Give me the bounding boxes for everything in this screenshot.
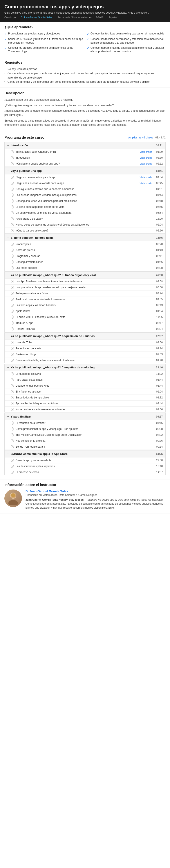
lesson-row[interactable]: Programar y esperar 02:11: [5, 253, 165, 259]
lesson-left: Las web apps y los smart banners: [11, 304, 154, 307]
lesson-title: ¿Que te parece este curso?: [16, 229, 154, 232]
lesson-row[interactable]: El icono de tu app debe entrar por la vi…: [5, 204, 165, 210]
lesson-row[interactable]: Consigue más estrellas que la bandera am…: [5, 186, 165, 192]
program-stats: Ampliar las 46 clases 03:43:42: [128, 136, 166, 139]
lesson-row[interactable]: Como promocionar tu app y videojuego - L…: [5, 426, 165, 432]
expand-link[interactable]: Ampliar las 46 clases: [128, 136, 153, 139]
lesson-row[interactable]: El bucle viral. El k-factor y la llave d…: [5, 314, 165, 320]
lesson-row[interactable]: Apple Watch 01:34: [5, 308, 165, 314]
section-header-left: − Ya he publicado mi app ¿Ahora qué? Adq…: [7, 334, 95, 338]
lesson-left: Consigue más estrellas que la bandera am…: [11, 188, 154, 191]
lesson-row[interactable]: Para sacar estos datos 01:44: [5, 377, 165, 383]
play-icon: [11, 298, 14, 301]
lesson-row[interactable]: Conseguir buenas valoraciones para dar c…: [5, 198, 165, 204]
lesson-left: Nunca dejes de lado a tus usuarios y ofr…: [11, 223, 154, 226]
play-triangle: [12, 379, 13, 380]
section-duration: 23:46: [156, 366, 163, 369]
lesson-row[interactable]: Los que valoran la app suelen hacerlo pa…: [5, 284, 165, 290]
lesson-row[interactable]: Product pitch 03:28: [5, 241, 165, 247]
collapse-icon: −: [7, 334, 9, 338]
avatar: [4, 490, 22, 507]
requirement-item: Ganas de aprender y de interactuar con g…: [4, 80, 166, 84]
section-header[interactable]: − BONUS: Como subir la app a la App Stor…: [5, 451, 165, 457]
lesson-row[interactable]: El k-factor es la clave 02:04: [5, 389, 165, 395]
lesson-row[interactable]: The Mobile Game Dev's Guide to App Store…: [5, 432, 165, 438]
lesson-row[interactable]: Tu Instructor: Juan Gabriel Gomila Vista…: [5, 149, 165, 155]
lesson-row[interactable]: Crear la app y los screenshots 22:38: [5, 457, 165, 463]
program-section: Programa de este curso Ampliar las 46 cl…: [0, 132, 170, 479]
lesson-row[interactable]: Conseguir valoraciones 01:56: [5, 259, 165, 265]
lesson-left: ¿App gratis o de pago?: [11, 217, 154, 220]
lesson-row[interactable]: Cuando online falla, volvemos al mundo t…: [5, 357, 165, 363]
play-triangle: [12, 391, 13, 392]
lesson-preview-link[interactable]: Vista previa: [140, 182, 152, 185]
lesson-row[interactable]: Usar YouTube 02:50: [5, 339, 165, 345]
section-header[interactable]: − Y para finalizar 09:17: [5, 413, 165, 420]
section-header-left: − Ya he publicado mi app ¿Ahora qué? El …: [7, 273, 96, 277]
lesson-row[interactable]: Un buen video es sinónimo de venta asegu…: [5, 210, 165, 216]
lesson-row[interactable]: Las buenas imágenes venden más que mil p…: [5, 192, 165, 198]
date-label: Fecha de la última actualización:: [58, 16, 93, 19]
section-header[interactable]: − Voy a publicar una app 58:41: [5, 167, 165, 174]
section-header[interactable]: − Ya he publicado mi app ¿Ahora qué? El …: [5, 272, 165, 278]
section-header[interactable]: − Si no te conocen, no eres nadie 13:46: [5, 234, 165, 241]
lesson-row[interactable]: Reviews en blogs 02:03: [5, 351, 165, 357]
check-icon: ✓: [4, 37, 7, 41]
lesson-row[interactable]: Nos vemos en la próxima 00:36: [5, 438, 165, 444]
lesson-row[interactable]: No te centres en solamente en una fuente…: [5, 406, 165, 412]
lesson-row[interactable]: ¿App gratis o de pago? 16:20: [5, 216, 165, 222]
lesson-left: El icono de tu app debe entrar por la vi…: [11, 205, 154, 209]
lesson-row[interactable]: Las redes sociales 04:28: [5, 265, 165, 271]
section-header[interactable]: − Introducción 10:21: [5, 142, 165, 149]
lesson-title: Tu Instructor: Juan Gabriel Gomila: [16, 150, 140, 153]
lesson-row[interactable]: Las App Previews, una buena forma de con…: [5, 278, 165, 284]
lesson-row[interactable]: El resumen para terminar 04:16: [5, 420, 165, 426]
lesson-row[interactable]: Elegir un buen nombre para la app Vista …: [5, 174, 165, 180]
lesson-left: Cuando online falla, volvemos al mundo t…: [11, 359, 154, 362]
lesson-row[interactable]: Cuando tengas buenos KPIs 01:44: [5, 383, 165, 389]
lesson-title: Como promocionar tu app y videojuego - L…: [16, 427, 154, 431]
course-section: − Ya he publicado mi app ¿Ahora qué? El …: [4, 271, 166, 332]
lesson-row[interactable]: Traduce tu app 08:17: [5, 320, 165, 326]
section-header[interactable]: − Ya he publicado mi app ¿Ahora qué? Cam…: [5, 364, 165, 371]
check-icon: ✓: [4, 46, 7, 50]
instructor-bio-italic: - ¡Siempre he creído que el cielo es el …: [85, 498, 163, 501]
lesson-row[interactable]: En periodos de tiempo clave 01:32: [5, 395, 165, 400]
play-icon: [11, 156, 14, 159]
play-icon: [11, 176, 14, 179]
lesson-row[interactable]: Notas de prensa 01:43: [5, 247, 165, 253]
lesson-row[interactable]: ¿Cualquiera puede publicar una app? Vist…: [5, 161, 165, 166]
learn-item-text: Conocer herramientas de analítica para i…: [90, 46, 166, 54]
description-section: Descripción ¿Estás creando una app o vid…: [0, 88, 170, 132]
lesson-duration: 14:37: [154, 471, 163, 474]
lesson-preview-link[interactable]: Vista previa: [140, 156, 152, 159]
lesson-row[interactable]: Realiza Test A/B 02:04: [5, 326, 165, 332]
lesson-preview-link[interactable]: Vista previa: [140, 162, 152, 165]
lesson-row[interactable]: Analiza el comportamiento de tus usuario…: [5, 296, 165, 302]
lesson-preview-link[interactable]: Vista previa: [140, 176, 152, 179]
lesson-row[interactable]: Nunca dejes de lado a tus usuarios y ofr…: [5, 222, 165, 227]
lesson-row[interactable]: Elegir unas buenas keywords para la app …: [5, 180, 165, 186]
lesson-row[interactable]: ¿Que te parece este curso? 02:16: [5, 227, 165, 234]
lesson-row[interactable]: Bonus - Un regalo para ti 00:14: [5, 444, 165, 450]
course-section: − Si no te conocen, no eres nadie 13:46 …: [4, 234, 166, 271]
lesson-title: Nos vemos en la próxima: [16, 439, 154, 442]
section-header[interactable]: − Ya he publicado mi app ¿Ahora qué? Adq…: [5, 333, 165, 339]
lesson-left: No te centres en solamente en una fuente: [11, 408, 154, 411]
lesson-row[interactable]: Las descripciones y las keywords 16:10: [5, 463, 165, 469]
lesson-left: Notas de prensa: [11, 249, 154, 252]
lesson-row[interactable]: El mundo de los KPIs 11:02: [5, 371, 165, 377]
lesson-row[interactable]: Aprovecha las búsquedas orgánicas 02:44: [5, 400, 165, 406]
lesson-row[interactable]: Introducción Vista previa 03:30: [5, 155, 165, 161]
lesson-left: El resumen para terminar: [11, 422, 154, 425]
lesson-row[interactable]: Anuncios en podcasts 01:24: [5, 345, 165, 351]
requirements-title: Requisitos: [4, 61, 166, 64]
lesson-title: El resumen para terminar: [16, 422, 154, 425]
lesson-preview-link[interactable]: Vista previa: [140, 151, 152, 153]
section-header-left: − Ya he publicado mi app ¿Ahora qué? Cam…: [7, 366, 95, 369]
instructor-name[interactable]: D. Juan Gabriel Gomila Salas: [26, 490, 166, 493]
lesson-left: Programar y esperar: [11, 254, 154, 257]
lesson-row[interactable]: Las web apps y los smart banners 02:13: [5, 302, 165, 308]
lesson-row[interactable]: El proceso de envío 14:37: [5, 469, 165, 475]
lesson-row[interactable]: Trato personalizado y único 04:24: [5, 290, 165, 296]
